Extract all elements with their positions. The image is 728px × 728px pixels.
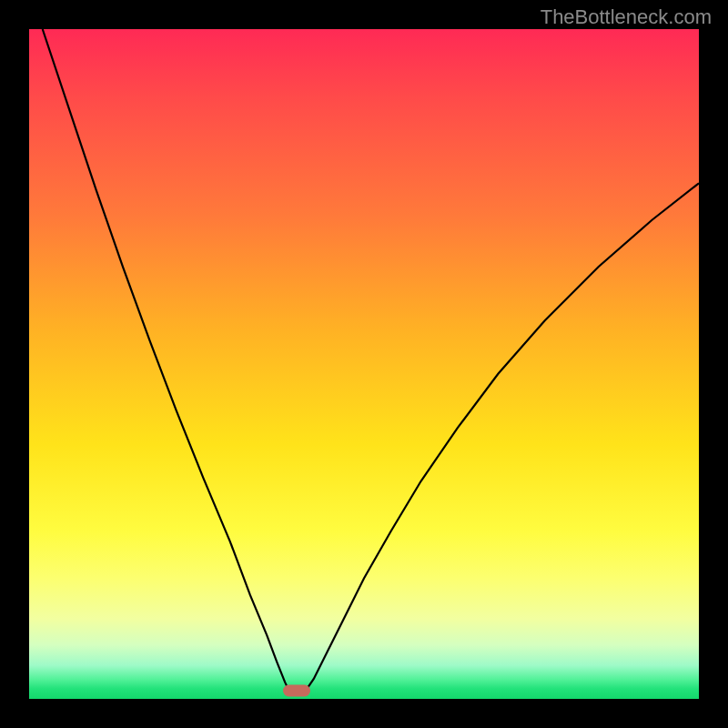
- plot-area: [29, 29, 699, 699]
- watermark-text: TheBottleneck.com: [541, 5, 712, 29]
- curve-right: [304, 183, 699, 693]
- curve-left: [43, 29, 290, 693]
- min-marker: [283, 685, 310, 697]
- curve-svg: [29, 29, 699, 699]
